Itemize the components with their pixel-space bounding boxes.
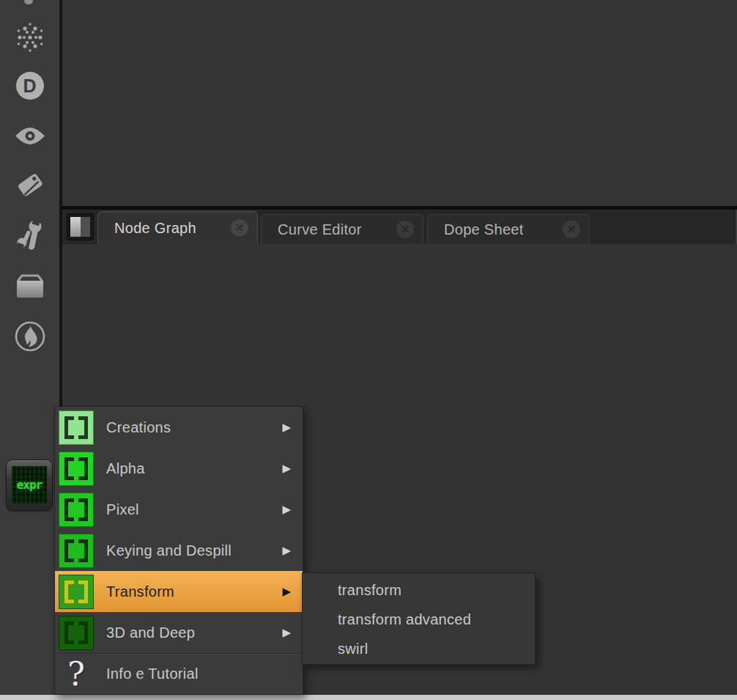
menu-item-label: Alpha xyxy=(106,460,145,477)
menu-item-pixel[interactable]: Pixel ▶ xyxy=(55,489,303,530)
views-eye-icon[interactable] xyxy=(0,126,59,146)
tab-curve-editor[interactable]: Curve Editor ✕ xyxy=(261,214,423,244)
expr-matrix-screen: expr xyxy=(12,466,47,504)
wrench-icon-glyph xyxy=(14,218,46,252)
particles-icon[interactable] xyxy=(0,21,59,54)
furnace-flame-icon[interactable] xyxy=(0,320,59,353)
eye-icon-glyph xyxy=(14,126,46,146)
tag-icon-glyph xyxy=(14,169,46,201)
node-creation-menu: Creations ▶ Alpha ▶ Pixel ▶ Keying and D… xyxy=(54,406,303,695)
pane-tab-strip: Node Graph ✕ Curve Editor ✕ Dope Sheet ✕ xyxy=(62,210,737,244)
menu-item-label: Info e Tutorial xyxy=(106,666,199,682)
menu-item-info-e-tutorial[interactable]: ? Info e Tutorial xyxy=(55,653,303,694)
nodes-toolbar: D xyxy=(0,0,59,695)
clipped-toolbar-icon xyxy=(24,0,33,4)
menu-item-label: Transform xyxy=(106,583,174,600)
menu-item-alpha[interactable]: Alpha ▶ xyxy=(55,448,303,489)
submenu-item-transform[interactable]: transform xyxy=(303,575,535,605)
3d-deep-node-icon xyxy=(59,616,94,650)
menu-item-label: Keying and Despill xyxy=(106,542,232,559)
flame-icon-glyph xyxy=(13,320,47,353)
window-bottom-edge xyxy=(0,695,737,700)
submenu-arrow-icon: ▶ xyxy=(282,462,291,475)
menu-item-label: 3D and Deep xyxy=(106,625,195,641)
deep-letter: D xyxy=(23,75,36,97)
submenu-item-label: transform xyxy=(338,582,401,598)
submenu-arrow-icon: ▶ xyxy=(282,503,291,516)
alpha-node-icon xyxy=(59,452,94,486)
transform-node-icon xyxy=(59,575,94,609)
tab-dope-sheet[interactable]: Dope Sheet ✕ xyxy=(427,214,590,244)
close-icon[interactable]: ✕ xyxy=(396,221,414,238)
creations-node-icon xyxy=(59,410,94,445)
viewer-panel xyxy=(62,0,737,206)
tab-label: Node Graph xyxy=(114,220,196,237)
menu-item-3d-and-deep[interactable]: 3D and Deep ▶ xyxy=(55,612,303,653)
submenu-arrow-icon: ▶ xyxy=(282,544,291,557)
pixel-node-icon xyxy=(59,493,94,527)
tab-node-graph[interactable]: Node Graph ✕ xyxy=(97,211,258,244)
submenu-arrow-icon: ▶ xyxy=(282,626,291,639)
submenu-item-label: swirl xyxy=(338,641,368,657)
submenu-item-label: transform advanced xyxy=(338,611,471,627)
submenu-arrow-icon: ▶ xyxy=(282,585,291,598)
close-icon[interactable]: ✕ xyxy=(231,219,248,237)
toolbox-icon[interactable] xyxy=(0,273,59,301)
expression-node-button[interactable]: expr xyxy=(6,460,53,511)
expr-label: expr xyxy=(17,478,42,492)
toolsets-wrench-icon[interactable] xyxy=(0,218,59,252)
deep-icon-glyph: D xyxy=(16,72,44,100)
submenu-arrow-icon: ▶ xyxy=(282,421,291,434)
submenu-item-swirl[interactable]: swirl xyxy=(303,634,535,663)
menu-item-creations[interactable]: Creations ▶ xyxy=(55,407,303,448)
transform-submenu: transform transform advanced swirl xyxy=(302,572,536,665)
keying-node-icon xyxy=(59,534,94,568)
toolbox-icon-glyph xyxy=(14,273,46,301)
deep-icon[interactable]: D xyxy=(0,72,59,100)
metadata-tag-icon[interactable] xyxy=(0,169,59,201)
particles-icon-glyph xyxy=(14,21,46,54)
menu-item-transform[interactable]: Transform ▶ xyxy=(55,571,303,612)
pane-split-left-icon xyxy=(70,217,81,237)
pane-split-right-icon xyxy=(81,217,91,237)
submenu-item-transform-advanced[interactable]: transform advanced xyxy=(303,605,535,634)
tab-label: Dope Sheet xyxy=(444,221,524,238)
tab-label: Curve Editor xyxy=(278,221,362,238)
menu-item-label: Pixel xyxy=(106,501,139,518)
close-icon[interactable]: ✕ xyxy=(563,221,580,238)
menu-item-label: Creations xyxy=(106,419,171,436)
pane-menu-button[interactable] xyxy=(67,213,94,240)
menu-item-keying-and-despill[interactable]: Keying and Despill ▶ xyxy=(55,530,303,571)
question-mark-icon: ? xyxy=(59,658,94,690)
